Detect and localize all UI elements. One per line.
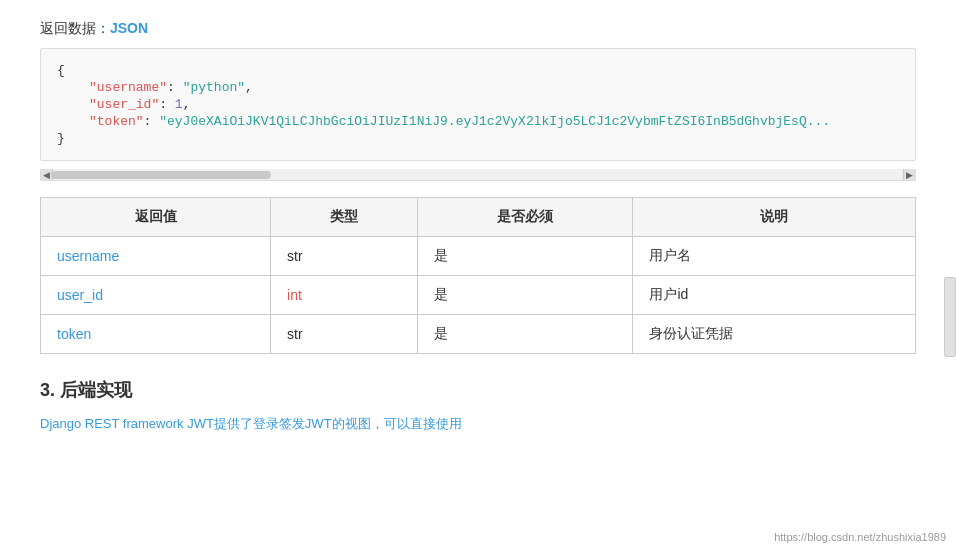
table-row: user_id int 是 用户id [41,276,916,315]
field-username: username [41,237,271,276]
code-line-userid: "user_id": 1, [57,97,899,112]
desc-userid: 用户id [633,276,916,315]
col-header-field: 返回值 [41,198,271,237]
col-header-required: 是否必须 [418,198,633,237]
type-userid: int [271,276,418,315]
return-values-table: 返回值 类型 是否必须 说明 username str 是 用户名 user_i… [40,197,916,354]
code-line-username: "username": "python", [57,80,899,95]
type-username: str [271,237,418,276]
col-header-desc: 说明 [633,198,916,237]
code-block: { "username": "python", "user_id": 1, "t… [40,48,916,161]
backend-description: Django REST framework JWT提供了登录签发JWT的视图，可… [40,414,916,435]
return-data-label: 返回数据：JSON [40,20,916,38]
code-line-token: "token": "eyJ0eXAiOiJKV1QiLCJhbGciOiJIUz… [57,114,899,129]
field-token: token [41,315,271,354]
key-userid: "user_id" [89,97,159,112]
return-data-text: 返回数据： [40,20,110,36]
vertical-scrollbar[interactable] [944,277,956,357]
required-token: 是 [418,315,633,354]
desc-username: 用户名 [633,237,916,276]
required-userid: 是 [418,276,633,315]
open-brace: { [57,63,899,78]
val-username: "python" [183,80,245,95]
key-token: "token" [89,114,144,129]
col-header-type: 类型 [271,198,418,237]
field-userid: user_id [41,276,271,315]
val-userid: 1 [175,97,183,112]
table-header-row: 返回值 类型 是否必须 说明 [41,198,916,237]
table-row: token str 是 身份认证凭据 [41,315,916,354]
horizontal-scrollbar[interactable]: ◀ ▶ [40,169,916,181]
val-token: "eyJ0eXAiOiJKV1QiLCJhbGciOiJIUzI1NiJ9.ey… [159,114,830,129]
scroll-right-arrow[interactable]: ▶ [903,169,915,181]
backend-section-heading: 3. 后端实现 [40,378,916,402]
scroll-thumb[interactable] [51,171,271,179]
close-brace: } [57,131,899,146]
required-username: 是 [418,237,633,276]
type-token: str [271,315,418,354]
key-username: "username" [89,80,167,95]
table-row: username str 是 用户名 [41,237,916,276]
json-label: JSON [110,20,148,36]
desc-token: 身份认证凭据 [633,315,916,354]
